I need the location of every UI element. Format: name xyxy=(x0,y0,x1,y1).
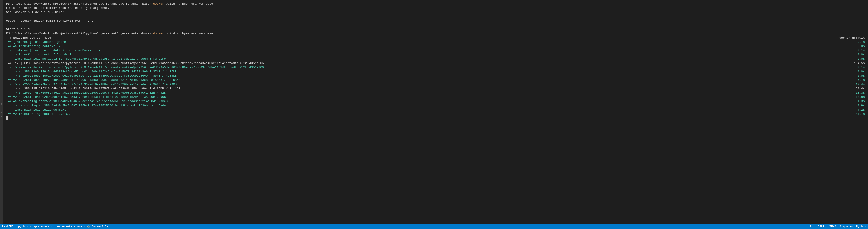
encoding[interactable]: UTF-8 xyxy=(828,225,836,229)
build-progress-line: => [1/5] FROM docker.io/pytorch/pytorch:… xyxy=(6,61,865,65)
tool-icon[interactable]: ⊙ xyxy=(0,103,3,105)
chevron-right-icon: › xyxy=(15,225,17,229)
error-line: ERROR: "docker buildx build" requires ex… xyxy=(6,6,865,10)
breadcrumb-item[interactable]: bge-rerank xyxy=(33,225,49,229)
build-progress-line: => => sha256:4ade0a4bc5d597c845bc3c27c47… xyxy=(6,83,865,87)
build-progress-line: => => sha256:99803d4b97f3db529ae9ca4174b… xyxy=(6,78,865,82)
terminal-output[interactable]: PS C:\Users\Lenovo\WebstormProjects\Fast… xyxy=(3,0,868,224)
status-right: 1:1 CRLF UTF-8 4 spaces Python xyxy=(810,225,866,229)
build-progress-line: => => sha256:2185b402c9ca9c9a1e03db5b387… xyxy=(6,95,865,99)
breadcrumb-item[interactable]: python xyxy=(18,225,28,229)
line-ending[interactable]: CRLF xyxy=(818,225,825,229)
build-progress-line: => => sha256:26551f1051e710ecfc62bf6396f… xyxy=(6,74,865,78)
prompt-line: PS C:\Users\Lenovo\WebstormProjects\Fast… xyxy=(6,31,865,36)
breadcrumb-item[interactable]: FastGPT xyxy=(2,225,13,229)
build-progress-line: => => extracting sha256:4ade0a4bc5d597c8… xyxy=(6,104,865,108)
build-progress-line: => [internal] load metadata for docker.i… xyxy=(6,57,865,61)
tool-icon[interactable]: ⊟ xyxy=(0,111,3,113)
status-bar: FastGPT › python › bge-rerank › bge-rera… xyxy=(0,224,868,229)
blank-line xyxy=(6,15,865,19)
building-line: [+] Building 200.7s (4/9) docker:default xyxy=(6,36,865,40)
error-line: See 'docker buildx build --help'. xyxy=(6,10,865,15)
indent-setting[interactable]: 4 spaces xyxy=(839,225,853,229)
docker-icon: 🐳 xyxy=(87,225,90,229)
language-mode[interactable]: Python xyxy=(856,225,866,229)
cursor-line xyxy=(6,116,865,119)
build-progress-line: => => transferring dockerfile: 444B0.0s xyxy=(6,53,865,57)
breadcrumb-item[interactable]: Dockerfile xyxy=(92,225,108,229)
build-progress-line: => => sha256:035a286326d65b413051a4c52e7… xyxy=(6,87,865,91)
blank-line xyxy=(6,23,865,27)
chevron-right-icon: › xyxy=(84,225,85,229)
activity-bar: ⊙ ⊡ ⊟ ⊞ □ xyxy=(0,0,3,224)
tool-icon[interactable]: ⊡ xyxy=(0,107,3,109)
build-progress-line: => => transferring context: 2B0.0s xyxy=(6,44,865,49)
build-progress-line: => => transferring context: 2.27GB44.1s xyxy=(6,112,865,116)
breadcrumb-item[interactable]: bge-reranker-base xyxy=(54,225,82,229)
cursor-position[interactable]: 1:1 xyxy=(810,225,815,229)
chevron-right-icon: › xyxy=(51,225,52,229)
build-progress-line: => => resolve docker.io/pytorch/pytorch:… xyxy=(6,65,865,70)
chevron-right-icon: › xyxy=(30,225,31,229)
build-progress-line: => [internal] load .dockerignore0.1s xyxy=(6,40,865,44)
start-line: Start a build xyxy=(6,27,865,31)
build-progress-line: => => sha256:4f4fb700ef54461cfa02571ae0d… xyxy=(6,91,865,95)
build-progress-line: => => extracting sha256:99803d4b97f3db52… xyxy=(6,99,865,104)
build-progress-line: => => sha256:82e0d379a5dedd6303c89eda57b… xyxy=(6,70,865,74)
breadcrumb: FastGPT › python › bge-rerank › bge-rera… xyxy=(2,225,108,229)
tool-icon[interactable]: ⊞ xyxy=(0,115,3,118)
usage-line: Usage: docker buildx build [OPTIONS] PAT… xyxy=(6,19,865,23)
prompt-line: PS C:\Users\Lenovo\WebstormProjects\Fast… xyxy=(6,2,865,6)
build-progress-line: => [internal] load build definition from… xyxy=(6,49,865,53)
build-progress-line: => [internal] load build context44.2s xyxy=(6,108,865,112)
tool-icon[interactable]: □ xyxy=(0,119,3,122)
